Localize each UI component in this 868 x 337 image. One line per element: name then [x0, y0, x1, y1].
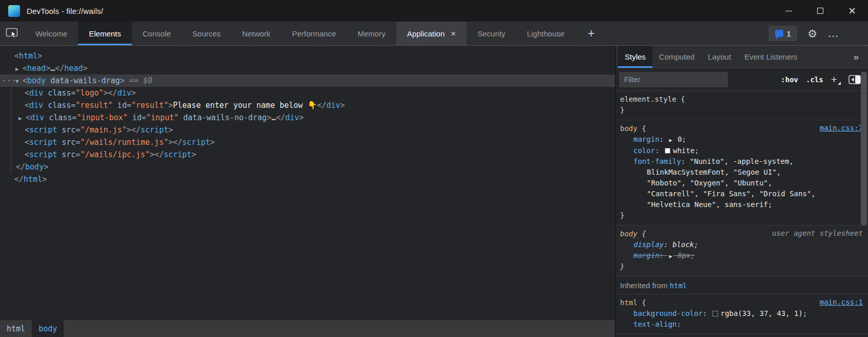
tab-performance[interactable]: Performance	[281, 22, 347, 45]
style-declaration[interactable]: "Cantarell", "Fira Sans", "Droid Sans",	[620, 189, 864, 199]
breadcrumb-body[interactable]: body	[32, 320, 64, 337]
dom-tree: <html> ▶<head>…</head> ···▼<body data-wa…	[0, 46, 615, 320]
code-token: body	[620, 124, 638, 133]
stylesheet-link[interactable]: main.css:7	[820, 124, 863, 132]
maximize-button[interactable]	[804, 0, 836, 22]
tree-row-head[interactable]: ▶<head>…</head>	[0, 62, 615, 74]
style-declaration[interactable]: margin: ▶ 8px;	[620, 250, 864, 261]
style-declaration[interactable]: "Helvetica Neue", sans-serif;	[620, 199, 864, 210]
more-options-icon[interactable]: …	[827, 31, 839, 36]
issues-counter[interactable]: 1	[768, 26, 797, 41]
tab-console[interactable]: Console	[132, 22, 182, 45]
close-button[interactable]: ×	[836, 0, 868, 22]
tab-event-listeners[interactable]: Event Listeners	[738, 46, 804, 68]
code-token: block	[672, 240, 694, 249]
code-token: "input-box"	[76, 113, 127, 122]
styles-scrollbar-thumb[interactable]	[861, 71, 867, 226]
tree-row-div-input-box[interactable]: ▶<div class="input-box" id="input" data-…	[0, 111, 615, 124]
code-token: 8px	[673, 251, 690, 259]
style-declaration[interactable]: font-family: "Nunito", -apple-system,	[620, 156, 864, 167]
code-token: src=	[57, 125, 80, 135]
tab-elements[interactable]: Elements	[78, 22, 132, 45]
tab-application[interactable]: Application ×	[396, 22, 467, 45]
style-declaration[interactable]: color: white;	[620, 145, 864, 156]
code-token	[665, 148, 670, 154]
code-token: >	[340, 101, 345, 110]
code-token: display	[633, 240, 664, 249]
code-token: div	[29, 88, 43, 98]
tab-welcome[interactable]: Welcome	[25, 22, 78, 45]
tab-lighthouse[interactable]: Lighthouse	[516, 22, 575, 45]
tab-layout[interactable]: Layout	[701, 46, 738, 68]
code-token: script	[141, 125, 168, 135]
tree-row-html-close[interactable]: </html>	[0, 173, 615, 185]
code-token: ></	[104, 88, 118, 98]
code-token: <	[25, 88, 29, 98]
tree-row-body[interactable]: ···▼<body data-wails-drag> == $0	[0, 74, 615, 87]
tree-row-body-close[interactable]: </body>	[0, 161, 615, 173]
style-declaration[interactable]: display: block;	[620, 239, 864, 250]
tree-row-script-ipc[interactable]: <script src="/wails/ipc.js"></script>	[0, 148, 615, 161]
tab-computed[interactable]: Computed	[652, 46, 701, 68]
code-token: html	[19, 51, 37, 61]
code-token: …	[272, 113, 276, 122]
style-declaration[interactable]: }	[620, 261, 864, 272]
expand-arrow-icon[interactable]: ▶	[15, 63, 23, 76]
code-token: div	[29, 101, 43, 110]
toggle-class-button[interactable]: .cls	[806, 76, 823, 84]
code-token: div	[118, 88, 131, 98]
style-declaration[interactable]: "Roboto", "Oxygen", "Ubuntu",	[620, 178, 864, 189]
toggle-sidebar-icon[interactable]	[848, 75, 861, 84]
code-token: div	[285, 113, 299, 122]
expand-arrow-icon[interactable]: ▶	[18, 113, 26, 125]
stylesheet-link[interactable]: main.css:1	[820, 298, 863, 306]
code-token: <	[26, 113, 30, 122]
tab-network[interactable]: Network	[232, 22, 281, 45]
styles-filter-input[interactable]	[619, 72, 728, 87]
new-style-rule-button[interactable]: +	[831, 73, 841, 86]
rule-body-maincss[interactable]: main.css:7 body {margin: ▶ 0;color: whit…	[616, 120, 868, 226]
code-token: ▶	[669, 137, 672, 143]
style-declaration[interactable]: }	[620, 105, 864, 116]
rule-element-style[interactable]: element.style {}	[616, 91, 868, 120]
tree-row-script-main[interactable]: <script src="/main.js"></script>	[0, 124, 615, 136]
code-token: script	[29, 150, 57, 159]
code-token: div	[326, 101, 340, 110]
code-token: "Helvetica Neue", sans-serif;	[647, 200, 772, 209]
inspect-element-button[interactable]	[0, 22, 25, 45]
more-tabs-icon[interactable]: »	[844, 46, 868, 68]
tab-sources[interactable]: Sources	[182, 22, 232, 45]
tree-row-script-runtime[interactable]: <script src="/wails/runtime.js"></script…	[0, 136, 615, 148]
code-token: :	[655, 146, 664, 155]
code-token: >	[168, 101, 173, 110]
inherited-node-link[interactable]: html	[670, 282, 687, 290]
tab-security[interactable]: Security	[467, 22, 516, 45]
settings-gear-icon[interactable]: ⚙	[807, 28, 817, 39]
tree-row-div-logo[interactable]: <div class="logo"></div>	[0, 87, 615, 99]
tab-styles[interactable]: Styles	[618, 46, 652, 68]
code-token: "/wails/runtime.js"	[80, 138, 168, 147]
code-token: script	[164, 150, 191, 159]
minimize-icon	[785, 11, 792, 11]
code-token: class=	[43, 88, 75, 98]
close-tab-icon[interactable]: ×	[451, 29, 456, 38]
style-declaration[interactable]: background-color: rgba(33, 37, 43, 1);	[620, 308, 864, 319]
style-declaration[interactable]: text-align:	[620, 319, 864, 330]
tree-row-html-open[interactable]: <html>	[0, 50, 615, 62]
breadcrumb-html[interactable]: html	[0, 320, 32, 337]
add-tab-button[interactable]: +	[575, 22, 607, 45]
code-token: >	[83, 64, 87, 73]
style-declaration[interactable]: element.style {	[620, 94, 864, 105]
code-token: </	[317, 101, 326, 110]
tree-row-div-result[interactable]: <div class="result" id="result">Please e…	[0, 99, 615, 111]
minimize-button[interactable]	[773, 0, 804, 22]
row-actions-icon[interactable]: ···	[2, 74, 16, 87]
style-rules: element.style {} main.css:7 body {margin…	[616, 91, 868, 337]
style-declaration[interactable]: margin: ▶ 0;	[620, 134, 864, 145]
style-declaration[interactable]: BlinkMacSystemFont, "Segoe UI",	[620, 167, 864, 178]
rule-body-user-agent[interactable]: user agent stylesheet body {display: blo…	[616, 226, 868, 277]
toggle-pseudo-state-button[interactable]: :hov	[781, 76, 798, 84]
rule-html-maincss[interactable]: main.css:1 html {background-color: rgba(…	[616, 294, 868, 334]
tab-memory[interactable]: Memory	[347, 22, 396, 45]
style-declaration[interactable]: }	[620, 210, 864, 221]
